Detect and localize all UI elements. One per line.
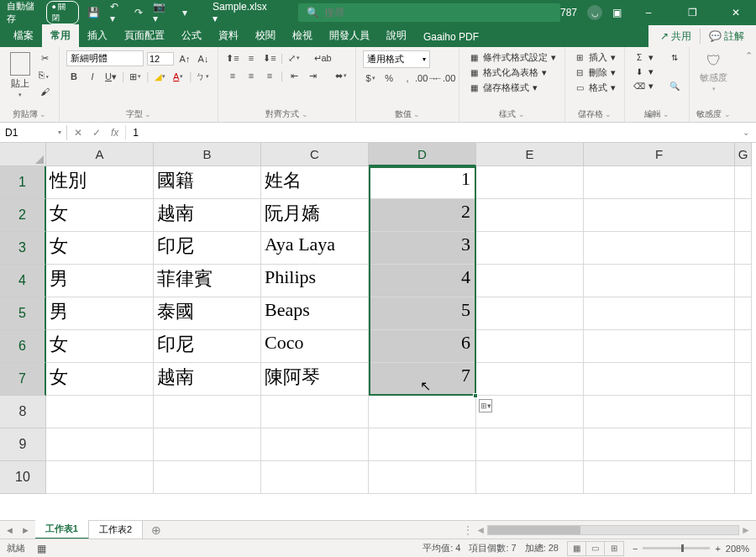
cell[interactable]: 姓名 bbox=[261, 166, 369, 199]
decrease-decimal-icon[interactable]: ←.00 bbox=[437, 71, 452, 86]
cell[interactable]: Philips bbox=[261, 265, 369, 297]
col-header-B[interactable]: B bbox=[154, 143, 261, 166]
cell-styles-button[interactable]: ▦儲存格樣式 ▾ bbox=[466, 81, 539, 95]
cell[interactable] bbox=[46, 428, 154, 461]
grow-font-icon[interactable]: A↑ bbox=[177, 51, 192, 66]
view-normal-icon[interactable]: ▦ bbox=[568, 542, 586, 555]
cell[interactable]: 4 bbox=[369, 265, 476, 297]
cell[interactable] bbox=[46, 461, 154, 494]
cell[interactable] bbox=[261, 396, 369, 428]
cell[interactable]: 泰國 bbox=[154, 297, 261, 330]
cell[interactable]: 菲律賓 bbox=[154, 265, 261, 297]
cell[interactable] bbox=[154, 428, 261, 461]
view-break-icon[interactable]: ⊞ bbox=[605, 542, 623, 555]
cell[interactable]: 男 bbox=[46, 297, 154, 330]
number-format-select[interactable]: 通用格式▾ bbox=[363, 50, 430, 68]
comments-button[interactable]: 💬 註解 bbox=[702, 27, 751, 46]
cell[interactable]: 7 bbox=[369, 363, 476, 396]
share-button[interactable]: ↗ 共用 bbox=[654, 27, 698, 46]
cell[interactable]: 5 bbox=[369, 297, 476, 330]
autofill-options-button[interactable]: ⊞▾ bbox=[479, 399, 492, 412]
expand-formula-icon[interactable]: ⌄ bbox=[736, 126, 756, 139]
conditional-format-button[interactable]: ▦條件式格式設定 ▾ bbox=[466, 50, 558, 65]
comma-icon[interactable]: , bbox=[400, 71, 415, 86]
minimize-button[interactable]: – bbox=[632, 0, 665, 25]
sheet-tab-2[interactable]: 工作表2 bbox=[89, 521, 143, 539]
cell[interactable] bbox=[584, 232, 735, 265]
cell[interactable] bbox=[476, 297, 584, 330]
cell[interactable] bbox=[476, 396, 584, 428]
format-table-button[interactable]: ▦格式化為表格 ▾ bbox=[466, 66, 549, 80]
underline-icon[interactable]: U▾ bbox=[103, 69, 118, 84]
tab-data[interactable]: 資料 bbox=[210, 24, 247, 47]
cell[interactable] bbox=[369, 428, 476, 461]
undo-icon[interactable]: ↶ ▾ bbox=[110, 1, 125, 24]
row-header[interactable]: 10 bbox=[0, 461, 46, 494]
row-header[interactable]: 8 bbox=[0, 396, 46, 428]
cell[interactable]: 陳阿琴 bbox=[261, 363, 369, 396]
cell[interactable] bbox=[261, 461, 369, 494]
tab-help[interactable]: 說明 bbox=[378, 24, 415, 47]
row-header[interactable]: 3 bbox=[0, 232, 46, 265]
autosum-button[interactable]: Σ▾ ⇅ bbox=[632, 50, 682, 64]
col-header-F[interactable]: F bbox=[584, 143, 735, 166]
indent-increase-icon[interactable]: ⇥ bbox=[305, 68, 320, 83]
row-header[interactable]: 7 bbox=[0, 363, 46, 396]
formula-input[interactable]: 1 bbox=[126, 125, 736, 140]
tab-formulas[interactable]: 公式 bbox=[173, 24, 210, 47]
autosave-toggle[interactable]: 自動儲存 ● 關閉 bbox=[7, 0, 79, 25]
cell[interactable]: 6 bbox=[369, 330, 476, 363]
cell[interactable] bbox=[476, 265, 584, 297]
tab-view[interactable]: 檢視 bbox=[284, 24, 321, 47]
tab-developer[interactable]: 開發人員 bbox=[321, 24, 378, 47]
search-box[interactable]: 🔍 bbox=[298, 3, 560, 22]
zoom-level[interactable]: 208% bbox=[726, 544, 749, 554]
cell[interactable] bbox=[584, 461, 735, 494]
cell[interactable] bbox=[735, 330, 752, 363]
cell[interactable] bbox=[476, 363, 584, 396]
fill-color-icon[interactable]: ◢ bbox=[152, 69, 167, 84]
cell[interactable] bbox=[735, 199, 752, 232]
row-header[interactable]: 2 bbox=[0, 199, 46, 232]
cell[interactable]: 女 bbox=[46, 363, 154, 396]
tab-nav-next-icon[interactable]: ► bbox=[21, 525, 30, 535]
restore-button[interactable]: ❐ bbox=[675, 0, 709, 25]
zoom-in-button[interactable]: + bbox=[715, 544, 720, 554]
cancel-formula-icon[interactable]: ✕ bbox=[69, 125, 87, 140]
col-header-G[interactable]: G bbox=[735, 143, 752, 166]
tab-review[interactable]: 校閱 bbox=[247, 24, 284, 47]
qat-customize-icon[interactable]: ▾ bbox=[182, 7, 187, 18]
cell[interactable]: 印尼 bbox=[154, 330, 261, 363]
close-button[interactable]: ✕ bbox=[719, 0, 753, 25]
ribbon-display-icon[interactable]: ▣ bbox=[612, 7, 622, 18]
indent-decrease-icon[interactable]: ⇤ bbox=[286, 68, 302, 83]
cut-icon[interactable]: ✂ bbox=[37, 50, 52, 66]
cell[interactable] bbox=[735, 396, 752, 428]
cell[interactable] bbox=[735, 166, 752, 199]
col-header-E[interactable]: E bbox=[476, 143, 584, 166]
cell[interactable] bbox=[476, 428, 584, 461]
cell[interactable]: Coco bbox=[261, 330, 369, 363]
orientation-icon[interactable]: ⤢ bbox=[286, 50, 302, 66]
cell[interactable] bbox=[584, 297, 735, 330]
select-all-corner[interactable] bbox=[0, 143, 46, 166]
cell[interactable]: Beaps bbox=[261, 297, 369, 330]
delete-cells-button[interactable]: ⊟刪除 ▾ bbox=[572, 66, 617, 80]
fill-button[interactable]: ⬇▾ bbox=[632, 65, 655, 78]
font-color-icon[interactable]: A bbox=[171, 69, 186, 84]
tab-home[interactable]: 常用 bbox=[42, 24, 79, 47]
cell[interactable]: 2 bbox=[369, 199, 476, 232]
row-header[interactable]: 1 bbox=[0, 166, 46, 199]
camera-icon[interactable]: 📷 ▾ bbox=[153, 1, 172, 24]
enter-formula-icon[interactable]: ✓ bbox=[87, 125, 106, 140]
percent-icon[interactable]: % bbox=[381, 71, 396, 86]
view-page-icon[interactable]: ▭ bbox=[586, 542, 605, 555]
cell[interactable] bbox=[584, 166, 735, 199]
cell[interactable] bbox=[476, 199, 584, 232]
align-middle-icon[interactable]: ≡ bbox=[244, 50, 259, 66]
cell[interactable]: 1 bbox=[369, 166, 476, 199]
paste-button[interactable]: 貼上 ▾ bbox=[7, 50, 34, 100]
add-sheet-button[interactable]: ⊕ bbox=[143, 523, 170, 537]
cell[interactable]: 性別 bbox=[46, 166, 154, 199]
row-header[interactable]: 4 bbox=[0, 265, 46, 297]
